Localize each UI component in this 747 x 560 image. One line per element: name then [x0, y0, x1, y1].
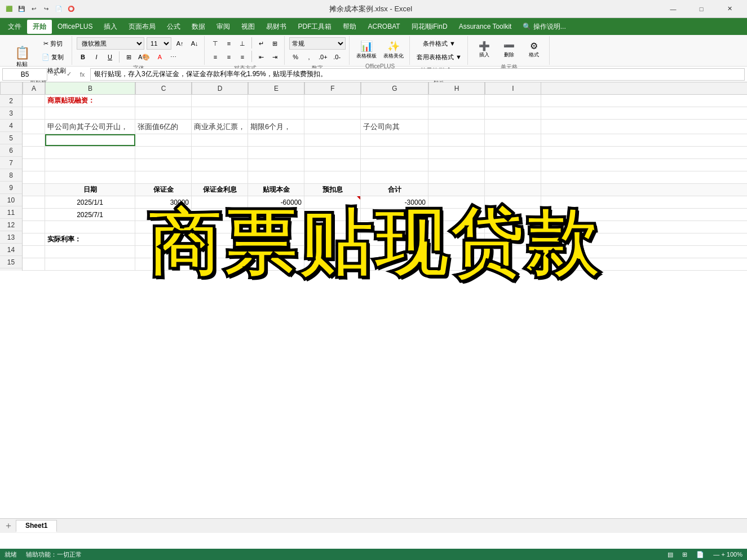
cell-f5[interactable]	[304, 134, 361, 146]
menu-pdf[interactable]: PDF工具箱	[292, 20, 337, 34]
cell-h10[interactable]	[428, 196, 485, 208]
condition-format-button[interactable]: 条件格式 ▼	[414, 37, 464, 50]
underline-button[interactable]: U	[104, 51, 116, 63]
view-normal-button[interactable]: ▤	[668, 551, 673, 558]
cell-e15[interactable]	[248, 258, 304, 270]
new-icon[interactable]: 📄	[54, 5, 63, 14]
cell-d8[interactable]	[192, 171, 248, 183]
col-header-d[interactable]: D	[192, 82, 248, 94]
cell-c12[interactable]	[135, 221, 192, 233]
cell-d10[interactable]	[192, 196, 248, 208]
cell-h6[interactable]	[428, 147, 485, 158]
cell-h5[interactable]	[428, 134, 485, 146]
row-num-7[interactable]: 7	[0, 157, 22, 169]
cell-g9[interactable]: 合计	[361, 184, 428, 196]
menu-formula[interactable]: 公式	[161, 20, 186, 34]
menu-home[interactable]: 开始	[27, 20, 52, 34]
cell-e4[interactable]: 期限6个月，	[248, 120, 304, 134]
cell-e10[interactable]: -60000	[248, 196, 304, 208]
align-left-button[interactable]: ≡	[209, 51, 222, 63]
decrease-indent-button[interactable]: ⇤	[255, 51, 267, 63]
cell-a5[interactable]	[23, 134, 45, 146]
cell-g4[interactable]: 子公司向其	[361, 120, 428, 134]
cell-e3[interactable]	[248, 107, 304, 119]
align-right-button[interactable]: ≡	[236, 51, 249, 63]
cell-i2[interactable]	[485, 95, 541, 107]
more-font-button[interactable]: ⋯	[167, 51, 179, 63]
cell-b5[interactable]	[45, 134, 135, 146]
align-center-button[interactable]: ≡	[223, 51, 235, 63]
cell-h4[interactable]	[428, 120, 485, 134]
cell-c3[interactable]	[135, 107, 192, 119]
align-top-button[interactable]: ⊤	[209, 37, 222, 50]
cell-b2[interactable]: 商票贴现融资：	[45, 95, 135, 107]
cell-c8[interactable]	[135, 171, 192, 183]
font-increase-button[interactable]: A↑	[174, 37, 186, 50]
cell-a12[interactable]	[23, 221, 45, 233]
more-icon[interactable]: ⭕	[67, 5, 76, 14]
cell-b9[interactable]: 日期	[45, 184, 135, 196]
cell-e8[interactable]	[248, 171, 304, 183]
col-header-i[interactable]: I	[485, 82, 541, 94]
cell-i10[interactable]	[485, 196, 541, 208]
number-format-select[interactable]: 常规	[289, 37, 346, 50]
increase-indent-button[interactable]: ⇥	[268, 51, 281, 63]
cell-e2[interactable]	[248, 95, 304, 107]
cell-f4[interactable]	[304, 120, 361, 134]
cell-b14[interactable]	[45, 246, 135, 258]
undo-icon[interactable]: ↩	[29, 5, 38, 14]
view-pagebreak-button[interactable]: ⊞	[682, 551, 687, 558]
col-header-a[interactable]: A	[23, 82, 45, 94]
cell-g12[interactable]	[361, 221, 428, 233]
cell-b3[interactable]	[45, 107, 135, 119]
cell-b13[interactable]: 实际利率：	[45, 233, 135, 245]
menu-page-layout[interactable]: 页面布局	[123, 20, 161, 34]
cell-f13[interactable]	[304, 233, 361, 245]
cell-b12[interactable]	[45, 221, 135, 233]
cell-reference-input[interactable]: B5	[2, 68, 47, 81]
row-num-6[interactable]: 6	[0, 144, 22, 157]
close-button[interactable]: ✕	[717, 0, 742, 18]
row-num-11[interactable]: 11	[0, 206, 22, 219]
row-num-13[interactable]: 13	[0, 231, 22, 244]
cell-d9[interactable]: 保证金利息	[192, 184, 248, 196]
cell-b4[interactable]: 甲公司向其子公司开山，	[45, 120, 135, 134]
cell-d4[interactable]: 商业承兑汇票，	[192, 120, 248, 134]
copy-button[interactable]: 📄 复制	[37, 51, 68, 63]
maximize-button[interactable]: □	[688, 0, 714, 18]
col-header-f[interactable]: F	[304, 82, 361, 94]
cell-e11[interactable]	[248, 209, 304, 221]
add-sheet-button[interactable]: ＋	[2, 520, 15, 532]
align-middle-button[interactable]: ≡	[223, 37, 235, 50]
cell-g10[interactable]: -30000	[361, 196, 428, 208]
cell-b8[interactable]	[45, 171, 135, 183]
use-table-format-button[interactable]: 套用表格格式 ▼	[414, 51, 464, 63]
cancel-formula-button[interactable]: ✕	[50, 69, 61, 80]
cell-i3[interactable]	[485, 107, 541, 119]
cell-a15[interactable]	[23, 258, 45, 270]
cell-d6[interactable]	[192, 147, 248, 158]
cell-b11[interactable]: 2025/7/1	[45, 209, 135, 221]
cell-i13[interactable]	[485, 233, 541, 245]
cell-f15[interactable]	[304, 258, 361, 270]
border-button[interactable]: ⊞	[122, 51, 135, 63]
cell-i5[interactable]	[485, 134, 541, 146]
wrap-text-button[interactable]: ↵	[255, 37, 267, 50]
cell-i7[interactable]	[485, 159, 541, 171]
bold-button[interactable]: B	[77, 51, 89, 63]
cell-b10[interactable]: 2025/1/1	[45, 196, 135, 208]
cell-d13[interactable]	[192, 233, 248, 245]
cell-c2[interactable]	[135, 95, 192, 107]
thousand-button[interactable]: ,	[303, 51, 315, 63]
cell-a7[interactable]	[23, 159, 45, 171]
row-num-8[interactable]: 8	[0, 169, 22, 182]
cell-f6[interactable]	[304, 147, 361, 158]
confirm-formula-button[interactable]: ✓	[63, 69, 74, 80]
decrease-decimal-button[interactable]: .0-	[331, 51, 343, 63]
cell-d14[interactable]	[192, 246, 248, 258]
menu-assurance[interactable]: Assurance Toolkit	[453, 20, 518, 33]
row-num-9[interactable]: 9	[0, 182, 22, 194]
menu-data[interactable]: 数据	[186, 20, 211, 34]
cell-i15[interactable]	[485, 258, 541, 270]
corner-cell[interactable]	[0, 82, 23, 94]
